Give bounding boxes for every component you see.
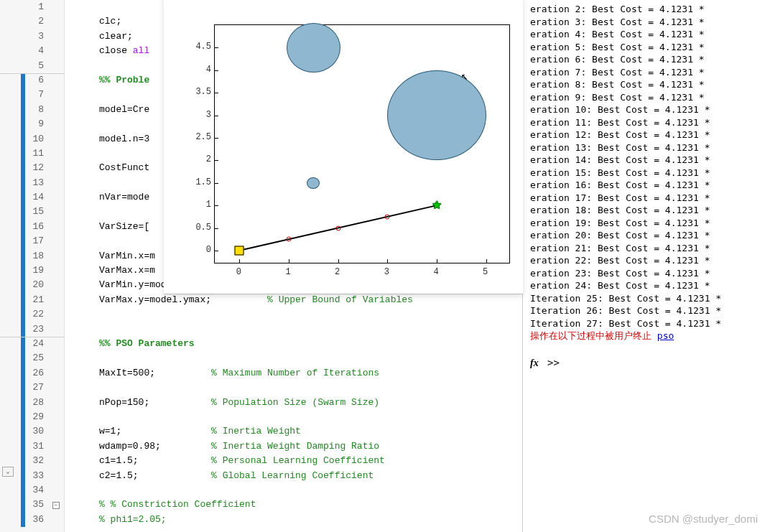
code-line[interactable]: % phi1=2.05; [65,513,522,527]
line-number: 22 [0,307,64,322]
line-number: 6 [0,73,64,88]
obstacle-circle [387,70,486,161]
console-output-line: eration 13: Best Cost = 4.1231 * [530,141,765,154]
code-line[interactable]: MaxIt=500; % Maximum Number of Iteration… [65,366,522,381]
code-line[interactable]: wdamp=0.98; % Inertia Weight Damping Rat… [65,439,522,454]
x-axis-ticks: 012345 [214,266,510,280]
y-tick-label: 0.5 [195,223,211,233]
code-line[interactable] [65,307,522,322]
x-tick-label: 1 [285,267,290,277]
console-output-line: eration 11: Best Cost = 4.1231 * [530,116,765,129]
line-number: 20 [0,278,64,292]
code-line[interactable]: % % Constriction Coefficient [65,498,522,512]
console-output-line: eration 12: Best Cost = 4.1231 * [530,129,765,141]
console-output-line: eration 6: Best Cost = 4.1231 * [530,53,765,66]
line-number: 14 [0,190,64,205]
console-output-line: eration 5: Best Cost = 4.1231 * [530,41,765,54]
console-output-line: eration 7: Best Cost = 4.1231 * [530,66,765,79]
console-output-line: eration 17: Best Cost = 4.1231 * [530,192,765,205]
path-waypoint [335,225,340,230]
obstacle-circle [307,177,320,189]
y-tick-label: 3.5 [195,87,211,97]
console-output-line: eration 19: Best Cost = 4.1231 * [530,217,765,230]
code-line[interactable] [65,381,522,395]
prompt-row[interactable]: fx >> [530,357,765,369]
line-number: 2 [0,14,64,29]
section-marker [21,73,25,337]
line-number: 26 [0,366,64,381]
figure-window[interactable]: 00.511.522.533.544.5 ★ 012345 ↖ [164,0,523,294]
code-line[interactable]: %% PSO Parameters [65,337,522,351]
console-error-line: 操作在以下过程中被用户终止 pso [530,330,765,342]
line-number: 4 [0,44,64,58]
y-tick-label: 0 [206,245,211,255]
y-tick-label: 3 [206,110,211,120]
line-number: 5 [0,59,64,73]
console-output-line: eration 10: Best Cost = 4.1231 * [530,103,765,116]
line-number: 7 [0,88,64,102]
code-line[interactable] [65,322,522,337]
prompt[interactable]: >> [542,357,560,368]
cursor-icon: ↖ [461,69,468,83]
console-output-line: eration 3: Best Cost = 4.1231 * [530,16,765,29]
start-marker [235,246,244,256]
code-line[interactable]: c2=1.5; % Global Learning Coefficient [65,469,522,483]
watermark: CSDN @studyer_domi [649,513,758,525]
line-number: 3 [0,29,64,44]
code-line[interactable] [65,351,522,365]
line-number: 31 [0,439,64,454]
line-number: 34 [0,483,64,498]
line-number: 12 [0,161,64,175]
y-tick-label: 1.5 [195,177,211,187]
line-number: 21 [0,293,64,307]
x-tick-label: 0 [236,267,241,277]
line-number: 13 [0,176,64,190]
x-tick-label: 4 [433,267,438,277]
line-number: 18 [0,249,64,263]
console-output-line: eration 8: Best Cost = 4.1231 * [530,78,765,91]
section-marker [21,337,25,527]
line-number: 24 [0,337,64,351]
line-number: 30 [0,424,64,439]
command-window[interactable]: eration 2: Best Cost = 4.1231 *eration 3… [522,0,765,532]
line-number: 17 [0,234,64,248]
dropdown-button[interactable]: ⌄ [2,467,14,477]
fx-icon[interactable]: fx [530,358,539,368]
line-number: 16 [0,220,64,234]
console-output-line: eration 9: Best Cost = 4.1231 * [530,91,765,104]
code-line[interactable] [65,410,522,424]
fold-button[interactable]: − [52,502,60,509]
x-tick-label: 2 [335,267,340,277]
console-output-line: Iteration 27: Best Cost = 4.1231 * [530,317,765,330]
y-axis-ticks: 00.511.522.533.544.5 [185,24,211,263]
axes[interactable]: ★ [214,24,510,263]
console-output-line: eration 18: Best Cost = 4.1231 * [530,204,765,217]
code-line[interactable]: nPop=150; % Population Size (Swarm Size) [65,396,522,410]
y-tick-label: 2 [206,154,211,164]
line-number: 36 [0,513,64,527]
console-output-line: eration 4: Best Cost = 4.1231 * [530,28,765,41]
path-waypoint [287,237,292,242]
console-output-line: eration 23: Best Cost = 4.1231 * [530,267,765,280]
y-tick-label: 4.5 [195,42,211,52]
line-number: 1 [0,0,64,14]
console-output-line: eration 22: Best Cost = 4.1231 * [530,254,765,267]
y-tick-label: 1 [206,200,211,210]
error-link[interactable]: pso [657,330,674,341]
x-tick-label: 3 [384,267,389,277]
code-line[interactable]: VarMax.y=model.ymax; % Upper Bound of Va… [65,293,522,307]
console-output-line: eration 14: Best Cost = 4.1231 * [530,154,765,167]
code-line[interactable] [65,483,522,498]
code-line[interactable]: w=1; % Inertia Weight [65,424,522,439]
gutter: 1234567891011121314151617181920212223242… [0,0,65,532]
line-number: 15 [0,205,64,219]
line-number: 9 [0,117,64,131]
line-number: 11 [0,146,64,161]
code-line[interactable]: c1=1.5; % Personal Learning Coefficient [65,454,522,468]
line-number: 27 [0,381,64,395]
line-number: 29 [0,410,64,424]
console-output-line: eration 24: Best Cost = 4.1231 * [530,279,765,292]
console-output-line: Iteration 25: Best Cost = 4.1231 * [530,292,765,305]
y-tick-label: 2.5 [195,132,211,142]
x-tick-label: 5 [483,267,488,277]
